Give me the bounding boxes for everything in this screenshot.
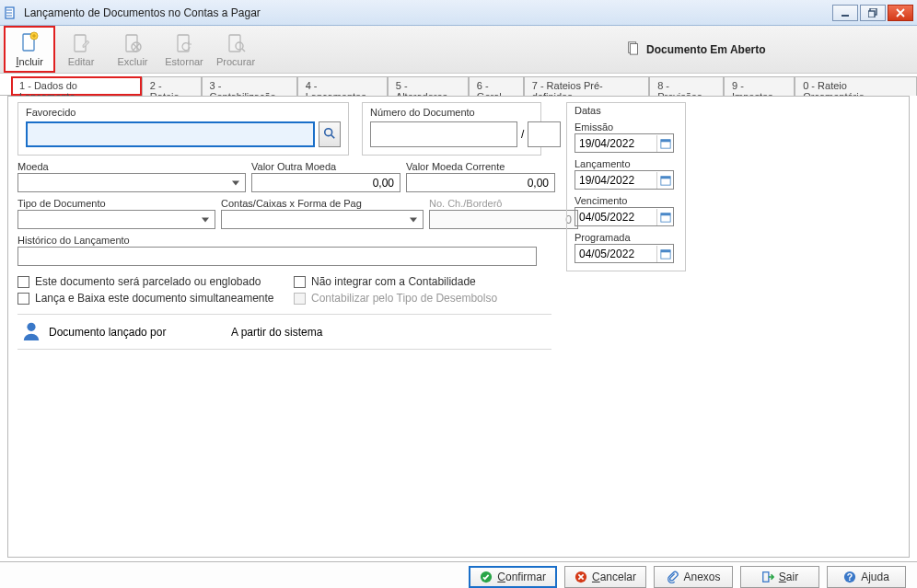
incluir-button[interactable]: Incluir — [4, 26, 55, 73]
tab-rateio[interactable]: 2 - Rateio — [142, 76, 202, 96]
lancado-por-label: Documento lançado por — [49, 326, 224, 339]
tabs-bar: 1 - Dados do Lançamento 2 - Rateio 3 - C… — [0, 75, 917, 96]
document-status-text: Documento Em Aberto — [646, 43, 766, 56]
svg-rect-26 — [763, 571, 769, 582]
svg-rect-3 — [868, 11, 875, 17]
button-label: Anexos — [683, 571, 720, 583]
no-ch-bordero-input — [429, 210, 578, 229]
document-status: Documento Em Aberto — [626, 26, 766, 73]
checkbox-nao-integrar[interactable]: Não integrar com a Contabilidade — [294, 275, 497, 288]
checkbox-contabilizar-tipo: Contabilizar pelo Tipo de Desembolso — [294, 292, 497, 305]
confirm-icon — [480, 571, 493, 583]
doc-separator: / — [521, 128, 524, 141]
valor-moeda-corrente-input[interactable] — [406, 173, 555, 192]
emissao-label: Emissão — [575, 121, 678, 133]
svg-rect-21 — [660, 213, 669, 215]
calendar-icon — [656, 172, 673, 189]
excluir-button[interactable]: Excluir — [107, 26, 158, 73]
estornar-button[interactable]: Estornar — [158, 26, 210, 73]
window-title: Lançamento de Documentos no Contas a Pag… — [24, 6, 832, 19]
svg-point-15 — [27, 323, 35, 331]
tipo-documento-label: Tipo de Documento — [17, 198, 215, 209]
help-icon: ? — [843, 571, 856, 583]
toolbar-label: ncluir — [19, 56, 43, 67]
main-toolbar: Incluir Editar Excluir Estornar Procurar… — [0, 26, 917, 74]
moeda-label: Moeda — [17, 161, 246, 172]
exit-icon — [761, 571, 774, 583]
emissao-date-field[interactable]: 19/04/2022 — [575, 133, 674, 153]
valor-outra-moeda-input[interactable] — [251, 173, 400, 192]
lancamento-date-field[interactable]: 19/04/2022 — [575, 170, 674, 190]
vencimento-label: Vencimento — [575, 195, 678, 206]
delete-document-icon — [122, 32, 144, 54]
vencimento-date-field[interactable]: 04/05/2022 — [575, 207, 674, 226]
ajuda-button[interactable]: ? Ajuda — [827, 566, 906, 588]
sair-button[interactable]: Sair — [740, 566, 819, 588]
toolbar-label: Excluir — [117, 56, 147, 67]
svg-rect-13 — [630, 44, 637, 55]
moeda-select[interactable] — [17, 173, 246, 192]
svg-rect-1 — [842, 15, 849, 17]
tab-geral[interactable]: 6 - Geral — [469, 76, 524, 96]
procurar-button[interactable]: Procurar — [210, 26, 261, 73]
checkbox-label: Não integrar com a Contabilidade — [311, 275, 476, 288]
favorecido-lookup-button[interactable] — [319, 121, 341, 147]
tab-previsoes[interactable]: 8 - Previsões — [649, 76, 724, 96]
new-document-icon — [18, 31, 41, 53]
calendar-icon — [656, 135, 673, 152]
valor-moeda-corrente-label: Valor Moeda Corrente — [406, 161, 555, 172]
tab-rateios-predef[interactable]: 7 - Rateios Pré-definidos — [524, 76, 649, 96]
toolbar-label: Editar — [68, 56, 95, 67]
tab-impostos[interactable]: 9 - Impostos — [724, 76, 795, 96]
no-ch-bordero-label: No. Ch./Borderô — [429, 198, 578, 209]
historico-label: Histórico do Lançamento — [17, 235, 551, 246]
document-status-icon — [626, 40, 641, 58]
tipo-documento-select[interactable] — [17, 210, 215, 229]
checkbox-lanca-baixa[interactable]: Lança e Baixa este documento simultaneam… — [17, 292, 294, 305]
valor-outra-moeda-label: Valor Outra Moeda — [251, 161, 400, 172]
tab-contabilizacao[interactable]: 3 - Contabilização — [202, 76, 297, 96]
programada-date-field[interactable]: 04/05/2022 — [575, 244, 674, 263]
search-icon — [323, 127, 336, 143]
cancelar-button[interactable]: Cancelar — [564, 566, 646, 588]
form-panel: Favorecido Número do Documento / — [7, 96, 910, 558]
tab-rateio-orcamentario[interactable]: 0 - Rateio Orçamentário — [795, 76, 917, 96]
lancamento-label: Lançamento — [575, 158, 678, 169]
checkbox-parcelado[interactable]: Este documento será parcelado ou engloba… — [17, 275, 294, 288]
favorecido-input[interactable] — [26, 121, 315, 147]
anexos-button[interactable]: Anexos — [654, 566, 733, 588]
app-icon — [4, 6, 18, 20]
calendar-icon — [656, 209, 673, 225]
restore-button[interactable] — [860, 5, 886, 21]
contas-caixas-select[interactable] — [221, 210, 424, 229]
sistema-label: A partir do sistema — [231, 326, 322, 339]
close-button[interactable] — [888, 5, 913, 21]
reverse-document-icon — [173, 32, 195, 54]
cancel-icon — [575, 571, 587, 583]
checkbox-icon — [17, 293, 29, 305]
toolbar-label: Procurar — [216, 56, 255, 67]
tab-dados-lancamento[interactable]: 1 - Dados do Lançamento — [11, 76, 142, 96]
historico-input[interactable] — [17, 247, 537, 266]
tab-lancamentos[interactable]: 4 - Lançamentos — [297, 76, 388, 96]
toolbar-label: Estornar — [165, 56, 203, 67]
user-icon — [21, 320, 41, 343]
tab-alteradores[interactable]: 5 - Alteradores — [388, 76, 469, 96]
attachment-icon — [666, 571, 679, 583]
svg-point-14 — [325, 128, 332, 135]
find-document-icon — [225, 32, 247, 54]
bottom-button-bar: Confirmar Cancelar Anexos Sair ? Ajuda — [0, 561, 917, 588]
minimize-button[interactable] — [832, 5, 858, 21]
numero-documento-input-1[interactable] — [370, 121, 517, 147]
date-value: 19/04/2022 — [579, 174, 634, 187]
editar-button[interactable]: Editar — [55, 26, 107, 73]
checkbox-icon — [294, 293, 306, 305]
numero-documento-input-2[interactable] — [528, 121, 561, 147]
numero-documento-label: Número do Documento — [370, 107, 533, 118]
date-value: 04/05/2022 — [579, 211, 634, 224]
edit-document-icon — [70, 32, 92, 54]
programada-label: Programada — [575, 232, 678, 243]
user-info-row: Documento lançado por A partir do sistem… — [17, 314, 551, 350]
checkbox-label: Lança e Baixa este documento simultaneam… — [35, 292, 274, 305]
confirmar-button[interactable]: Confirmar — [469, 566, 557, 588]
